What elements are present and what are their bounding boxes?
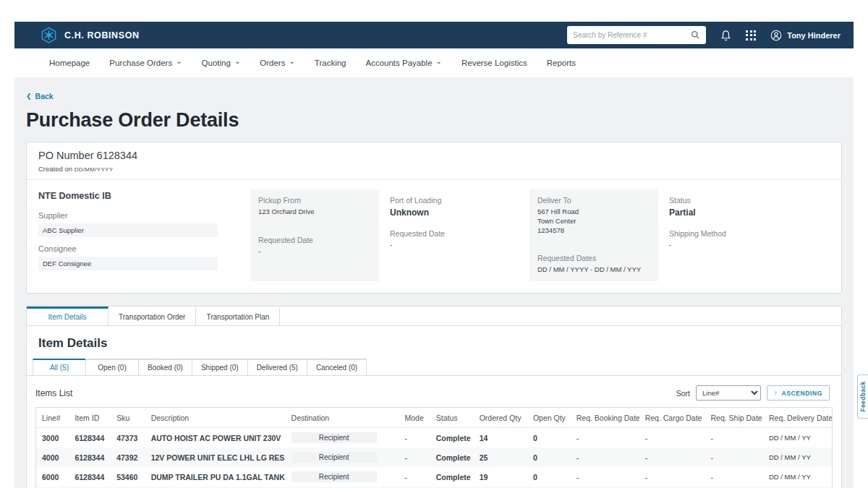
top-bar: C.H. ROBINSON bbox=[14, 22, 854, 48]
deliver-to-line-3: 1234578 bbox=[537, 226, 650, 236]
filter-tab-shipped[interactable]: Shipped (0) bbox=[192, 359, 248, 375]
nav-item-homepage[interactable]: Homepage bbox=[49, 59, 90, 67]
global-search[interactable] bbox=[567, 26, 706, 44]
filter-tab-booked[interactable]: Booked (0) bbox=[138, 359, 192, 375]
brand-name: C.H. ROBINSON bbox=[64, 30, 140, 40]
nav-item-reports[interactable]: Reports bbox=[547, 59, 576, 67]
filter-tab-label: All (5) bbox=[50, 364, 69, 372]
cell-ordered-qty: 19 bbox=[474, 467, 527, 487]
cell-req-ship-date: - bbox=[705, 467, 762, 487]
back-link[interactable]: ❮ Back bbox=[26, 92, 54, 100]
app-grid-icon[interactable] bbox=[746, 30, 756, 40]
sort-select[interactable]: Line# bbox=[696, 385, 761, 401]
port-of-loading-column: Port of Loading Unknown Requested Date - bbox=[390, 189, 519, 281]
col-destination: Destination bbox=[286, 408, 399, 428]
notifications-bell-icon[interactable] bbox=[720, 30, 731, 41]
col-open-qty: Open Qty bbox=[527, 408, 571, 428]
sort-direction-button[interactable]: ↑ ASCENDING bbox=[767, 385, 830, 401]
back-chevron-icon: ❮ bbox=[26, 93, 32, 100]
sort-direction-label: ASCENDING bbox=[782, 390, 822, 397]
filter-tab-canceled[interactable]: Canceled (0) bbox=[307, 359, 367, 375]
cell-req-ship-date: - bbox=[705, 448, 762, 467]
cell-req-booking-date: - bbox=[571, 428, 639, 448]
table-row[interactable]: 3000 6128344 47373 AUTO HOIST AC POWER U… bbox=[36, 428, 832, 448]
cell-item-id: 6128344 bbox=[69, 467, 111, 487]
user-menu[interactable]: Tony Hinderer bbox=[770, 30, 841, 41]
deliver-to-line-2: Town Center bbox=[537, 217, 650, 226]
cell-open-qty: 0 bbox=[527, 428, 571, 448]
user-avatar-icon bbox=[770, 30, 782, 41]
cell-sku: 47392 bbox=[111, 448, 145, 467]
col-ordered-qty: Ordered Qty bbox=[474, 408, 527, 428]
order-type: NTE Domestic IB bbox=[38, 191, 239, 201]
nav-item-quoting[interactable]: Quoting ⌄ bbox=[202, 59, 241, 67]
port-requested-date-value: - bbox=[390, 241, 519, 250]
status-value: Partial bbox=[669, 207, 726, 218]
cell-mode: - bbox=[399, 428, 430, 448]
nav-item-tracking[interactable]: Tracking bbox=[315, 59, 346, 67]
po-card-header: PO Number 6128344 Created on DD/MM/YYYY bbox=[27, 142, 841, 180]
table-header-row: Line# Item ID Sku Description Destinatio… bbox=[36, 408, 832, 428]
tab-label: Transportation Plan bbox=[206, 313, 269, 321]
tab-transportation-plan[interactable]: Transportation Plan bbox=[196, 307, 280, 325]
nav-label: Homepage bbox=[49, 59, 90, 67]
filter-tab-delivered[interactable]: Delivered (5) bbox=[247, 359, 307, 375]
cell-status: Complete bbox=[430, 448, 474, 467]
cell-description: 12V POWER UNIT ELEC LHL LG RES bbox=[145, 448, 286, 467]
deliver-to-line-1: 567 Hill Road bbox=[537, 207, 650, 217]
col-req-ship-date: Req. Ship Date bbox=[705, 408, 762, 428]
cell-item-id: 6128344 bbox=[69, 428, 111, 448]
feedback-button[interactable]: Feedback bbox=[857, 374, 868, 419]
cell-req-booking-date: - bbox=[571, 448, 639, 467]
cell-sku: 47373 bbox=[111, 428, 145, 448]
col-description: Description bbox=[145, 408, 286, 428]
filter-tab-label: Delivered (5) bbox=[257, 364, 298, 372]
main-navigation: Homepage Purchase Orders ⌄ Quoting ⌄ Ord… bbox=[14, 48, 854, 77]
nav-label: Tracking bbox=[315, 59, 346, 67]
cell-req-cargo-date: - bbox=[639, 467, 705, 487]
cell-mode: - bbox=[399, 448, 430, 467]
pickup-from-value: 123 Orchard Drive bbox=[258, 207, 371, 217]
col-item-id: Item ID bbox=[69, 408, 111, 428]
created-on-label: Created on bbox=[38, 165, 72, 173]
consignee-value: DEF Consignee bbox=[38, 257, 218, 270]
pickup-from-label: Pickup From bbox=[258, 196, 371, 205]
tab-transportation-order[interactable]: Transportation Order bbox=[109, 307, 196, 325]
chevron-down-icon: ⌄ bbox=[436, 59, 442, 64]
filter-tab-open[interactable]: Open (0) bbox=[85, 359, 139, 375]
items-table: Line# Item ID Sku Description Destinatio… bbox=[36, 408, 832, 488]
nav-item-orders[interactable]: Orders ⌄ bbox=[260, 59, 295, 67]
chevron-down-icon: ⌄ bbox=[176, 59, 182, 64]
status-column: Status Partial Shipping Method - bbox=[669, 189, 726, 281]
shipping-method-value: - bbox=[669, 241, 726, 250]
tab-item-details[interactable]: Item Details bbox=[27, 307, 109, 325]
col-status: Status bbox=[430, 408, 474, 428]
cell-description: AUTO HOIST AC POWER UNIT 230V bbox=[145, 428, 286, 448]
app-frame: C.H. ROBINSON bbox=[14, 22, 854, 488]
col-mode: Mode bbox=[399, 408, 430, 428]
nav-item-accounts-payable[interactable]: Accounts Payable ⌄ bbox=[365, 59, 441, 67]
table-row[interactable]: 6000 6128344 53460 DUMP TRAILER PU DA 1.… bbox=[36, 467, 832, 487]
filter-tab-all[interactable]: All (5) bbox=[33, 359, 86, 375]
cell-sku: 53460 bbox=[111, 467, 145, 487]
search-input[interactable] bbox=[573, 31, 691, 39]
search-icon[interactable] bbox=[691, 30, 700, 40]
po-parties-column: NTE Domestic IB Supplier ABC Supplier Co… bbox=[38, 189, 239, 281]
cell-req-delivery-date: DD / MM / YY bbox=[763, 428, 832, 448]
cell-destination: Recipient bbox=[286, 428, 399, 448]
filter-tab-label: Shipped (0) bbox=[201, 364, 239, 372]
table-row[interactable]: 4000 6128344 47392 12V POWER UNIT ELEC L… bbox=[36, 448, 832, 467]
status-label: Status bbox=[669, 196, 726, 205]
cell-destination: Recipient bbox=[286, 467, 399, 487]
user-name: Tony Hinderer bbox=[787, 31, 841, 40]
po-summary-card: PO Number 6128344 Created on DD/MM/YYYY … bbox=[26, 142, 842, 294]
chevron-down-icon: ⌄ bbox=[289, 59, 294, 64]
cell-ordered-qty: 25 bbox=[474, 448, 527, 467]
filter-tab-label: Canceled (0) bbox=[316, 364, 357, 372]
back-label: Back bbox=[35, 92, 54, 100]
po-number: PO Number 6128344 bbox=[38, 150, 830, 161]
col-line: Line# bbox=[36, 408, 69, 428]
nav-item-reverse-logistics[interactable]: Reverse Logistics bbox=[461, 59, 527, 67]
nav-item-purchase-orders[interactable]: Purchase Orders ⌄ bbox=[109, 59, 182, 67]
brand-logo[interactable]: C.H. ROBINSON bbox=[41, 27, 140, 43]
